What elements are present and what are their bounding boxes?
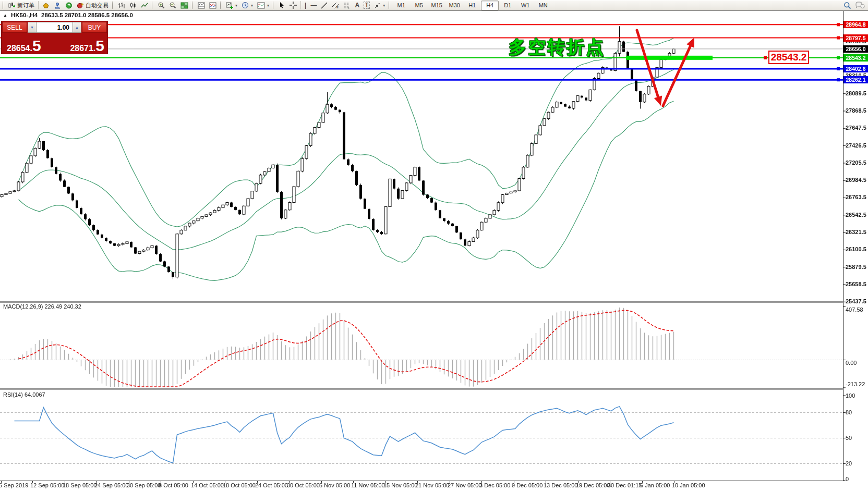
time-axis-label: 30 Dec 01:15 bbox=[608, 482, 642, 488]
cursor-tool-button[interactable] bbox=[276, 0, 287, 10]
market-watch-button[interactable] bbox=[40, 0, 52, 10]
period-button[interactable]: ▾ bbox=[239, 0, 255, 10]
expert-advisors-button[interactable] bbox=[52, 0, 63, 10]
ohlc-values: 28633.5 28701.0 28586.5 28656.0 bbox=[41, 12, 133, 18]
price-axis-tick: 27205.5 bbox=[846, 159, 866, 166]
add-indicator-button[interactable]: ▾ bbox=[224, 0, 239, 10]
text-tool-icon: A bbox=[355, 2, 359, 8]
svg-text:E: E bbox=[336, 6, 339, 9]
price-axis-tick: 27426.5 bbox=[846, 142, 866, 149]
price-axis-tick: 25437.5 bbox=[846, 298, 866, 304]
price-axis-tick: 28089.5 bbox=[846, 90, 866, 96]
channel-tool[interactable]: E bbox=[330, 0, 341, 10]
autotrade-button[interactable]: 自动交易 bbox=[75, 0, 111, 10]
chevron-down-icon: ▾ bbox=[251, 3, 253, 8]
volume-stepper: ▼ 1.00 ▲ bbox=[28, 22, 81, 33]
toolbar-grip bbox=[3, 2, 5, 9]
indicator-list-icon bbox=[209, 2, 216, 9]
template-button[interactable]: ▾ bbox=[255, 0, 271, 10]
time-axis-label: 24 Oct 05:00 bbox=[255, 482, 288, 488]
new-order-label: 新订单 bbox=[17, 2, 34, 9]
bar-chart-icon bbox=[118, 2, 125, 9]
chat-icon[interactable] bbox=[855, 2, 865, 9]
ask-price-big-digit: 5 bbox=[95, 38, 104, 54]
horizontal-line-tool[interactable]: — bbox=[308, 0, 319, 10]
one-click-trading-panel: SELL ▼ 1.00 ▲ BUY 28654. 5 28671. 5 bbox=[1, 21, 108, 54]
price-flag-label[interactable]: 28543.2 bbox=[768, 51, 809, 64]
crosshair-icon bbox=[290, 2, 297, 9]
indicator-list-button[interactable] bbox=[207, 0, 219, 10]
price-axis-tick: 26542.5 bbox=[846, 212, 866, 218]
fibonacci-tool[interactable]: F bbox=[341, 0, 353, 10]
rsi-axis-tick: 20 bbox=[846, 460, 852, 467]
arrows-tool[interactable]: ▾ bbox=[372, 0, 387, 10]
arrow-shapes-icon bbox=[374, 2, 381, 9]
period-clock-icon bbox=[242, 2, 249, 9]
vertical-line-tool[interactable]: | bbox=[303, 0, 308, 10]
price-axis-tick: 26321.5 bbox=[846, 229, 866, 235]
timeframe-button-M30[interactable]: M30 bbox=[445, 1, 463, 10]
cursor-icon bbox=[279, 2, 285, 9]
timeframe-button-H4[interactable]: H4 bbox=[481, 1, 499, 10]
time-axis-label: 15 Nov 05:00 bbox=[383, 482, 417, 488]
trendline-tool[interactable] bbox=[319, 0, 330, 10]
time-axis-label: 18 Oct 05:00 bbox=[223, 482, 256, 488]
timeframe-button-W1[interactable]: W1 bbox=[516, 1, 534, 10]
rsi-axis-tick: 50 bbox=[846, 435, 852, 441]
rsi-axis-tick: 0 bbox=[846, 476, 849, 482]
time-axis-label: 30 Sep 05:00 bbox=[127, 482, 161, 488]
add-indicator-icon bbox=[226, 2, 233, 9]
volume-increase-button[interactable]: ▲ bbox=[73, 22, 81, 33]
chart-canvas[interactable] bbox=[0, 0, 868, 491]
timeframe-button-M5[interactable]: M5 bbox=[410, 1, 428, 10]
label-tool[interactable]: T bbox=[361, 0, 372, 10]
search-icon[interactable] bbox=[843, 2, 851, 9]
new-order-button[interactable]: 新订单 bbox=[6, 0, 37, 10]
tile-windows-icon bbox=[180, 2, 188, 9]
svg-text:F: F bbox=[348, 6, 350, 9]
bid-price: 28654. 5 bbox=[7, 38, 41, 54]
buy-button[interactable]: BUY bbox=[82, 22, 107, 33]
price-axis-tick: 27647.5 bbox=[846, 125, 866, 131]
sell-button[interactable]: SELL bbox=[2, 22, 27, 33]
bar-chart-button[interactable] bbox=[116, 0, 127, 10]
price-tag-28262.1: 28262.1 bbox=[843, 76, 868, 83]
price-tag-28964.8: 28964.8 bbox=[843, 21, 868, 28]
time-axis-label: 11 Nov 05:00 bbox=[351, 482, 385, 488]
volume-input[interactable]: 1.00 bbox=[37, 22, 73, 33]
timeframe-button-D1[interactable]: D1 bbox=[499, 1, 516, 10]
timeframe-button-H1[interactable]: H1 bbox=[463, 1, 481, 10]
top-toolbar: 新订单 自动交易 ▾ ▾ bbox=[0, 0, 868, 11]
candlestick-chart-button[interactable] bbox=[127, 0, 139, 10]
time-axis-label: 3 Dec 05:00 bbox=[479, 482, 510, 488]
line-chart-button[interactable] bbox=[139, 0, 150, 10]
macd-axis-tick: 0.00 bbox=[846, 360, 857, 366]
tile-windows-button[interactable] bbox=[178, 0, 190, 10]
rsi-axis-tick: 80 bbox=[846, 409, 852, 415]
horizontal-line-icon: — bbox=[310, 2, 317, 8]
timeframe-button-MN[interactable]: MN bbox=[534, 1, 552, 10]
crosshair-tool-button[interactable] bbox=[287, 0, 299, 10]
volume-decrease-button[interactable]: ▼ bbox=[28, 22, 37, 33]
autotrade-label: 自动交易 bbox=[86, 2, 108, 9]
gold-box-icon bbox=[42, 2, 50, 9]
time-axis-label: 5 Nov 05:00 bbox=[319, 482, 350, 488]
autotrade-icon bbox=[77, 2, 84, 9]
ask-price: 28671. 5 bbox=[70, 38, 104, 54]
time-axis-label: 12 Sep 05:00 bbox=[30, 482, 64, 488]
bid-price-big-digit: 5 bbox=[32, 38, 41, 54]
rsi-indicator-label: RSI(14) 64.0067 bbox=[3, 391, 45, 398]
zoom-out-button[interactable] bbox=[167, 0, 178, 10]
text-tool[interactable]: A bbox=[353, 0, 361, 10]
signals-button[interactable] bbox=[63, 0, 75, 10]
timeframe-bar: M1M5M15M30H1H4D1W1MN bbox=[392, 0, 552, 10]
zoom-in-button[interactable] bbox=[155, 0, 167, 10]
collapse-triangle-icon[interactable]: ▲ bbox=[3, 13, 7, 18]
turning-point-annotation[interactable]: 多空转折点 bbox=[509, 35, 605, 59]
time-axis-label: 10 Jan 05:00 bbox=[672, 482, 705, 488]
indicator-window-button[interactable] bbox=[196, 0, 207, 10]
timeframe-button-M15[interactable]: M15 bbox=[428, 1, 445, 10]
expert-advisor-icon bbox=[54, 2, 61, 9]
vertical-line-icon: | bbox=[305, 2, 306, 8]
timeframe-button-M1[interactable]: M1 bbox=[392, 1, 410, 10]
